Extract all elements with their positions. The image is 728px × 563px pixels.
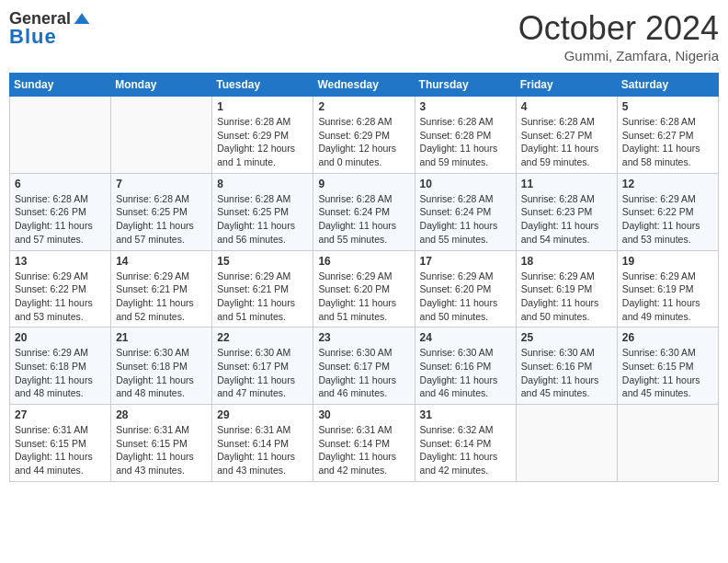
- day-number: 1: [217, 100, 308, 113]
- day-number: 4: [521, 100, 612, 113]
- day-number: 18: [521, 255, 612, 268]
- day-number: 6: [15, 178, 106, 190]
- calendar-day-cell: 2Sunrise: 6:28 AM Sunset: 6:29 PM Daylig…: [313, 97, 415, 174]
- calendar-day-cell: 22Sunrise: 6:30 AM Sunset: 6:17 PM Dayli…: [212, 327, 313, 405]
- day-info: Sunrise: 6:30 AM Sunset: 6:16 PM Dayligh…: [521, 346, 612, 400]
- day-info: Sunrise: 6:28 AM Sunset: 6:25 PM Dayligh…: [217, 192, 308, 247]
- day-info: Sunrise: 6:31 AM Sunset: 6:15 PM Dayligh…: [116, 423, 207, 477]
- calendar-week-row: 1Sunrise: 6:28 AM Sunset: 6:29 PM Daylig…: [10, 97, 719, 174]
- day-info: Sunrise: 6:29 AM Sunset: 6:18 PM Dayligh…: [15, 346, 106, 400]
- day-info: Sunrise: 6:28 AM Sunset: 6:26 PM Dayligh…: [15, 192, 106, 247]
- calendar-day-cell: 18Sunrise: 6:29 AM Sunset: 6:19 PM Dayli…: [516, 250, 617, 327]
- day-info: Sunrise: 6:28 AM Sunset: 6:25 PM Dayligh…: [116, 192, 207, 247]
- calendar-day-cell: 6Sunrise: 6:28 AM Sunset: 6:26 PM Daylig…: [10, 173, 111, 250]
- calendar-day-cell: [516, 405, 617, 482]
- day-number: 2: [318, 100, 409, 113]
- day-number: 8: [217, 178, 308, 190]
- location-subtitle: Gummi, Zamfara, Nigeria: [518, 48, 719, 63]
- day-number: 27: [15, 408, 106, 421]
- day-info: Sunrise: 6:28 AM Sunset: 6:29 PM Dayligh…: [318, 115, 409, 169]
- weekday-header: Sunday: [10, 74, 111, 97]
- calendar-day-cell: 1Sunrise: 6:28 AM Sunset: 6:29 PM Daylig…: [212, 97, 313, 174]
- day-info: Sunrise: 6:30 AM Sunset: 6:18 PM Dayligh…: [116, 346, 207, 400]
- day-info: Sunrise: 6:29 AM Sunset: 6:19 PM Dayligh…: [521, 270, 612, 324]
- day-number: 24: [420, 331, 511, 344]
- month-title: October 2024: [518, 9, 719, 48]
- calendar-day-cell: 8Sunrise: 6:28 AM Sunset: 6:25 PM Daylig…: [212, 173, 313, 250]
- weekday-header: Saturday: [617, 74, 718, 97]
- day-number: 12: [622, 178, 713, 190]
- calendar-day-cell: 27Sunrise: 6:31 AM Sunset: 6:15 PM Dayli…: [10, 405, 111, 482]
- calendar-day-cell: [111, 97, 212, 174]
- day-info: Sunrise: 6:28 AM Sunset: 6:29 PM Dayligh…: [217, 115, 308, 169]
- calendar-week-row: 27Sunrise: 6:31 AM Sunset: 6:15 PM Dayli…: [10, 405, 719, 482]
- weekday-header: Friday: [516, 74, 617, 97]
- day-info: Sunrise: 6:28 AM Sunset: 6:28 PM Dayligh…: [420, 115, 511, 169]
- calendar-day-cell: 7Sunrise: 6:28 AM Sunset: 6:25 PM Daylig…: [111, 173, 212, 250]
- logo: General Blue: [9, 9, 91, 49]
- day-number: 22: [217, 331, 308, 344]
- calendar-day-cell: 17Sunrise: 6:29 AM Sunset: 6:20 PM Dayli…: [415, 250, 516, 327]
- calendar-day-cell: 19Sunrise: 6:29 AM Sunset: 6:19 PM Dayli…: [617, 250, 718, 327]
- calendar-day-cell: 30Sunrise: 6:31 AM Sunset: 6:14 PM Dayli…: [313, 405, 415, 482]
- day-number: 7: [116, 178, 207, 190]
- day-number: 26: [622, 331, 713, 344]
- calendar-week-row: 13Sunrise: 6:29 AM Sunset: 6:22 PM Dayli…: [10, 250, 719, 327]
- calendar-day-cell: 28Sunrise: 6:31 AM Sunset: 6:15 PM Dayli…: [111, 405, 212, 482]
- calendar-day-cell: 11Sunrise: 6:28 AM Sunset: 6:23 PM Dayli…: [516, 173, 617, 250]
- calendar-day-cell: [10, 97, 111, 174]
- calendar-day-cell: 10Sunrise: 6:28 AM Sunset: 6:24 PM Dayli…: [415, 173, 516, 250]
- day-number: 19: [622, 255, 713, 268]
- calendar-day-cell: 4Sunrise: 6:28 AM Sunset: 6:27 PM Daylig…: [516, 97, 617, 174]
- day-info: Sunrise: 6:30 AM Sunset: 6:17 PM Dayligh…: [217, 346, 308, 400]
- calendar-day-cell: 26Sunrise: 6:30 AM Sunset: 6:15 PM Dayli…: [617, 327, 718, 405]
- day-number: 9: [318, 178, 409, 190]
- day-number: 14: [116, 255, 207, 268]
- day-info: Sunrise: 6:28 AM Sunset: 6:24 PM Dayligh…: [318, 192, 409, 247]
- calendar-header-row: SundayMondayTuesdayWednesdayThursdayFrid…: [10, 74, 719, 97]
- calendar-week-row: 6Sunrise: 6:28 AM Sunset: 6:26 PM Daylig…: [10, 173, 719, 250]
- day-number: 3: [420, 100, 511, 113]
- title-block: October 2024 Gummi, Zamfara, Nigeria: [518, 9, 719, 63]
- calendar-week-row: 20Sunrise: 6:29 AM Sunset: 6:18 PM Dayli…: [10, 327, 719, 405]
- day-number: 20: [15, 331, 106, 344]
- day-number: 17: [420, 255, 511, 268]
- day-info: Sunrise: 6:28 AM Sunset: 6:27 PM Dayligh…: [622, 115, 713, 169]
- day-number: 21: [116, 331, 207, 344]
- calendar-day-cell: 5Sunrise: 6:28 AM Sunset: 6:27 PM Daylig…: [617, 97, 718, 174]
- day-info: Sunrise: 6:28 AM Sunset: 6:27 PM Dayligh…: [521, 115, 612, 169]
- day-info: Sunrise: 6:32 AM Sunset: 6:14 PM Dayligh…: [420, 423, 511, 477]
- calendar-day-cell: 3Sunrise: 6:28 AM Sunset: 6:28 PM Daylig…: [415, 97, 516, 174]
- day-number: 28: [116, 408, 207, 421]
- calendar-day-cell: 9Sunrise: 6:28 AM Sunset: 6:24 PM Daylig…: [313, 173, 415, 250]
- day-number: 10: [420, 178, 511, 190]
- logo-icon: [73, 10, 91, 29]
- day-number: 30: [318, 408, 409, 421]
- calendar-day-cell: 24Sunrise: 6:30 AM Sunset: 6:16 PM Dayli…: [415, 327, 516, 405]
- day-info: Sunrise: 6:31 AM Sunset: 6:14 PM Dayligh…: [217, 423, 308, 477]
- calendar-day-cell: [617, 405, 718, 482]
- day-number: 31: [420, 408, 511, 421]
- calendar-day-cell: 13Sunrise: 6:29 AM Sunset: 6:22 PM Dayli…: [10, 250, 111, 327]
- weekday-header: Thursday: [415, 74, 516, 97]
- calendar-day-cell: 15Sunrise: 6:29 AM Sunset: 6:21 PM Dayli…: [212, 250, 313, 327]
- day-info: Sunrise: 6:30 AM Sunset: 6:15 PM Dayligh…: [622, 346, 713, 400]
- day-info: Sunrise: 6:28 AM Sunset: 6:23 PM Dayligh…: [521, 192, 612, 247]
- calendar-day-cell: 20Sunrise: 6:29 AM Sunset: 6:18 PM Dayli…: [10, 327, 111, 405]
- weekday-header: Monday: [111, 74, 212, 97]
- day-number: 23: [318, 331, 409, 344]
- day-number: 5: [622, 100, 713, 113]
- logo-blue-text: Blue: [9, 25, 57, 49]
- calendar-table: SundayMondayTuesdayWednesdayThursdayFrid…: [9, 73, 719, 482]
- day-info: Sunrise: 6:28 AM Sunset: 6:24 PM Dayligh…: [420, 192, 511, 247]
- day-info: Sunrise: 6:29 AM Sunset: 6:20 PM Dayligh…: [318, 270, 409, 324]
- day-number: 11: [521, 178, 612, 190]
- day-info: Sunrise: 6:29 AM Sunset: 6:22 PM Dayligh…: [15, 270, 106, 324]
- day-number: 29: [217, 408, 308, 421]
- calendar-day-cell: 14Sunrise: 6:29 AM Sunset: 6:21 PM Dayli…: [111, 250, 212, 327]
- day-info: Sunrise: 6:31 AM Sunset: 6:15 PM Dayligh…: [15, 423, 106, 477]
- calendar-day-cell: 31Sunrise: 6:32 AM Sunset: 6:14 PM Dayli…: [415, 405, 516, 482]
- day-info: Sunrise: 6:31 AM Sunset: 6:14 PM Dayligh…: [318, 423, 409, 477]
- day-info: Sunrise: 6:29 AM Sunset: 6:22 PM Dayligh…: [622, 192, 713, 247]
- day-info: Sunrise: 6:30 AM Sunset: 6:16 PM Dayligh…: [420, 346, 511, 400]
